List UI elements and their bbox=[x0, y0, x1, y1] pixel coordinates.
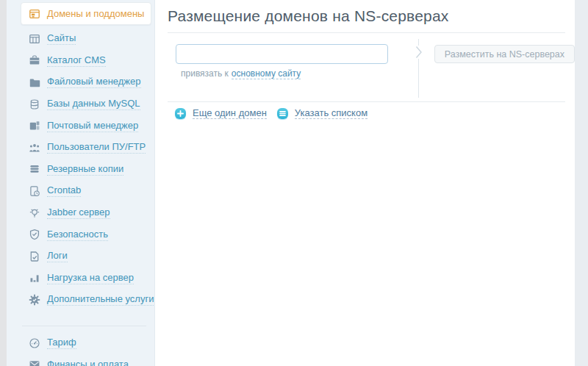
page-title: Размещение доменов на NS-серверах bbox=[168, 7, 575, 25]
sidebar-item-label: Финансы и оплата bbox=[47, 359, 129, 366]
domain-input[interactable] bbox=[176, 44, 388, 64]
sidebar-item-label: Резервные копии bbox=[47, 163, 123, 176]
domain-placement-form: привязать косновному сайту Разместить на… bbox=[168, 39, 575, 98]
sidebar-item-label: Дополнительные услуги bbox=[47, 293, 154, 306]
sidebar-item-label: Нагрузка на сервер bbox=[47, 272, 134, 284]
users-icon bbox=[28, 142, 40, 154]
links-row: Еще один домен Указать списком bbox=[175, 107, 575, 119]
sidebar-item-server-load[interactable]: Нагрузка на сервер bbox=[7, 268, 154, 290]
sidebar-item-label: Логи bbox=[47, 250, 68, 262]
page-right-gutter bbox=[575, 0, 588, 366]
sidebar-item-domains[interactable]: Домены и поддомены bbox=[21, 2, 151, 25]
sidebar-item-security[interactable]: Безопасность bbox=[7, 223, 154, 245]
sidebar-item-label: Пользователи ПУ/FTP bbox=[47, 141, 146, 154]
document-check-icon bbox=[28, 251, 40, 262]
sidebar-item-crontab[interactable]: Crontab bbox=[7, 180, 154, 202]
sidebar-item-mysql[interactable]: Базы данных MySQL bbox=[7, 93, 154, 115]
sidebar-item-label: Безопасность bbox=[47, 229, 108, 241]
sidebar: Домены и поддомены Сайты Каталог CMS Фай… bbox=[7, 0, 155, 366]
form-divider bbox=[168, 101, 565, 102]
bar-chart-icon bbox=[28, 272, 40, 284]
sidebar-divider bbox=[22, 326, 146, 326]
page-left-gutter bbox=[0, 0, 7, 366]
add-domain-plus-icon[interactable] bbox=[175, 108, 186, 119]
sidebar-item-label: Домены и поддомены bbox=[47, 8, 144, 20]
sidebar-item-label: Почтовый менеджер bbox=[47, 120, 138, 132]
document-clock-icon bbox=[28, 185, 40, 197]
sidebar-item-mail-manager[interactable]: Почтовый менеджер bbox=[7, 115, 154, 137]
shield-icon bbox=[28, 229, 40, 240]
place-on-ns-button[interactable]: Разместить на NS-серверах bbox=[434, 45, 575, 63]
database-icon bbox=[28, 98, 40, 110]
gauge-icon bbox=[28, 337, 40, 349]
sidebar-item-logs[interactable]: Логи bbox=[7, 245, 154, 268]
main-content: Размещение доменов на NS-серверах привяз… bbox=[155, 0, 575, 366]
add-domain-link[interactable]: Еще один домен bbox=[193, 107, 267, 119]
sidebar-item-label: Jabber сервер bbox=[47, 207, 110, 219]
bind-prefix-text: привязать к bbox=[181, 68, 229, 79]
chevron-right-icon bbox=[415, 46, 423, 59]
form-right-column: Разместить на NS-серверах bbox=[419, 39, 575, 98]
sidebar-item-jabber[interactable]: Jabber сервер bbox=[7, 202, 154, 224]
sidebar-item-file-manager[interactable]: Файловый менеджер bbox=[7, 71, 154, 93]
envelope-icon bbox=[28, 359, 40, 366]
stack-icon bbox=[28, 163, 40, 175]
bind-to-main-site-link[interactable]: основному сайту bbox=[232, 68, 301, 79]
title-divider bbox=[168, 32, 565, 33]
sidebar-item-cms-catalog[interactable]: Каталог CMS bbox=[7, 50, 154, 72]
lightbulb-icon bbox=[28, 207, 40, 219]
list-icon[interactable] bbox=[277, 108, 288, 119]
sidebar-item-label: Базы данных MySQL bbox=[47, 98, 140, 110]
folder-icon bbox=[28, 76, 40, 88]
sidebar-item-extra-services[interactable]: Дополнительные услуги bbox=[7, 289, 154, 311]
sidebar-item-finance[interactable]: Финансы и оплата bbox=[7, 354, 154, 366]
mailbox-icon bbox=[28, 120, 40, 132]
bind-to-site-line: привязать косновному сайту bbox=[181, 68, 418, 79]
gear-check-icon bbox=[28, 294, 40, 306]
sidebar-item-label: Каталог CMS bbox=[47, 54, 106, 67]
sidebar-item-label: Crontab bbox=[47, 184, 81, 197]
site-window-icon bbox=[28, 33, 40, 45]
sidebar-item-backups[interactable]: Резервные копии bbox=[7, 159, 154, 181]
specify-as-list-link[interactable]: Указать списком bbox=[295, 107, 368, 119]
sidebar-item-tariff[interactable]: Тариф bbox=[7, 332, 154, 354]
domains-window-icon bbox=[28, 8, 40, 20]
form-separator bbox=[418, 39, 419, 98]
form-left-column: привязать косновному сайту bbox=[168, 39, 418, 98]
sidebar-item-label: Сайты bbox=[47, 32, 76, 45]
briefcase-icon bbox=[28, 54, 40, 66]
sidebar-item-label: Тариф bbox=[47, 337, 76, 349]
sidebar-item-sites[interactable]: Сайты bbox=[7, 28, 154, 50]
sidebar-item-label: Файловый менеджер bbox=[47, 76, 141, 88]
sidebar-item-users-ftp[interactable]: Пользователи ПУ/FTP bbox=[7, 137, 154, 159]
page-root: Домены и поддомены Сайты Каталог CMS Фай… bbox=[0, 0, 588, 366]
